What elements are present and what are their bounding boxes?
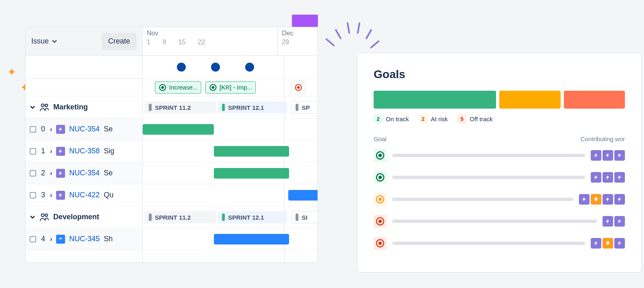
work-chip[interactable] [603, 216, 613, 227]
milestone-dot[interactable] [177, 63, 186, 72]
row-index: 2 [40, 169, 46, 177]
sprint-chip[interactable]: SI [291, 211, 318, 223]
work-chip[interactable] [603, 150, 613, 161]
expand-icon[interactable]: › [50, 126, 52, 133]
issue-dropdown[interactable]: Issue [31, 37, 57, 46]
goal-row[interactable] [374, 171, 625, 184]
goal-placeholder [392, 154, 585, 157]
work-chip[interactable] [614, 150, 625, 161]
create-button[interactable]: Create [102, 33, 137, 50]
task-lane [143, 162, 318, 184]
contributing-work [579, 194, 625, 205]
svg-point-15 [379, 198, 382, 201]
goal-row[interactable] [374, 149, 625, 162]
sprint-lane: SPRINT 11.2SPRINT 12.1SI [143, 206, 318, 228]
day-label: 22 [198, 39, 205, 46]
expand-icon[interactable]: › [50, 148, 52, 155]
issue-key[interactable]: NUC-354 [69, 169, 100, 177]
goals-lane: Increase... [KR] - Imp... [143, 79, 318, 96]
issue-key[interactable]: NUC-358 [69, 147, 100, 155]
at-risk-bar [499, 91, 561, 109]
day-label: 8 [163, 39, 166, 46]
group-header[interactable]: Marketing [26, 96, 142, 118]
issue-type-icon [56, 191, 65, 200]
legend-item: 2On track [374, 114, 409, 123]
issue-row[interactable]: 1 › NUC-358 Sig [26, 140, 142, 162]
checkbox[interactable] [30, 236, 36, 242]
work-chip[interactable] [591, 172, 601, 183]
checkbox[interactable] [30, 192, 36, 199]
row-index: 0 [40, 125, 46, 133]
work-chip[interactable] [603, 172, 613, 183]
checkbox[interactable] [30, 126, 36, 133]
goal-status-icon [374, 149, 387, 162]
group-name: Marketing [53, 103, 88, 111]
sprint-chip[interactable]: SPRINT 11.2 [145, 211, 216, 223]
issue-row[interactable]: 0 › NUC-354 Se [26, 118, 142, 140]
work-chip[interactable] [614, 216, 625, 227]
issue-row[interactable]: 4 › NUC-345 Sh [26, 228, 142, 250]
work-chip[interactable] [614, 238, 625, 249]
work-chip[interactable] [591, 150, 601, 161]
issue-summary: Se [104, 169, 113, 177]
expand-icon[interactable]: › [50, 170, 52, 177]
col-goal: Goal [374, 135, 387, 142]
task-bar[interactable] [143, 124, 214, 135]
work-chip[interactable] [591, 238, 601, 249]
task-bar[interactable] [288, 190, 318, 201]
issue-column-header: Issue Create [26, 27, 143, 55]
task-lane [143, 228, 318, 250]
work-chip[interactable] [614, 194, 625, 205]
chevron-down-icon [30, 106, 35, 109]
task-bar[interactable] [214, 234, 289, 244]
goal-chip[interactable]: [KR] - Imp... [205, 81, 256, 94]
legend-count: 2 [374, 114, 383, 123]
work-chip[interactable] [591, 194, 601, 205]
task-bar[interactable] [214, 146, 289, 157]
task-bar[interactable] [214, 168, 289, 179]
svg-point-11 [379, 154, 382, 157]
work-chip[interactable] [603, 194, 613, 205]
goal-row[interactable] [374, 237, 625, 250]
expand-icon[interactable]: › [50, 236, 52, 243]
goals-legend: 2On track 2At risk 5Off track [374, 114, 625, 123]
issue-summary: Se [104, 125, 113, 133]
sprint-chip[interactable]: SPRINT 11.2 [145, 101, 216, 113]
contributing-work [591, 172, 625, 183]
goals-table-header: Goal Contributing wor [374, 135, 625, 142]
checkbox[interactable] [30, 170, 36, 177]
legend-label: At risk [431, 116, 448, 122]
sprint-chip[interactable]: SPRINT 12.1 [218, 101, 287, 113]
group-header[interactable]: Development [26, 206, 142, 228]
expand-icon[interactable]: › [50, 192, 52, 199]
gantt-area[interactable]: Increase... [KR] - Imp... SPRINT 11.2SPR… [143, 56, 318, 263]
goal-placeholder [392, 176, 585, 179]
work-chip[interactable] [603, 238, 613, 249]
target-icon [209, 83, 217, 92]
milestone-dot[interactable] [211, 63, 220, 72]
goal-placeholder [392, 198, 573, 201]
milestone-dot[interactable] [245, 63, 254, 72]
issue-key[interactable]: NUC-422 [69, 191, 100, 199]
work-chip[interactable] [579, 194, 590, 205]
goal-row[interactable] [374, 193, 625, 206]
issue-key[interactable]: NUC-345 [69, 235, 100, 243]
issue-list: Marketing 0 › NUC-354 Se 1 › NUC-358 Sig… [26, 56, 143, 263]
legend-label: Off track [470, 116, 492, 122]
goal-row[interactable] [374, 215, 625, 228]
marker [292, 15, 318, 27]
goal-chip[interactable] [292, 81, 305, 94]
goal-chip[interactable]: Increase... [155, 81, 201, 94]
issue-row[interactable]: 3 › NUC-422 Qu [26, 184, 142, 206]
issue-key[interactable]: NUC-354 [69, 125, 100, 133]
checkbox[interactable] [30, 148, 36, 155]
target-icon [375, 172, 385, 182]
day-label: 15 [178, 39, 186, 46]
work-chip[interactable] [614, 172, 625, 183]
issue-row[interactable]: 2 › NUC-354 Se [26, 162, 142, 184]
target-icon [375, 194, 385, 204]
sprint-chip[interactable]: SPRINT 12.1 [218, 211, 287, 223]
legend-count: 5 [457, 114, 466, 123]
milestone-row [26, 56, 142, 79]
sprint-chip[interactable]: SP [291, 101, 318, 113]
